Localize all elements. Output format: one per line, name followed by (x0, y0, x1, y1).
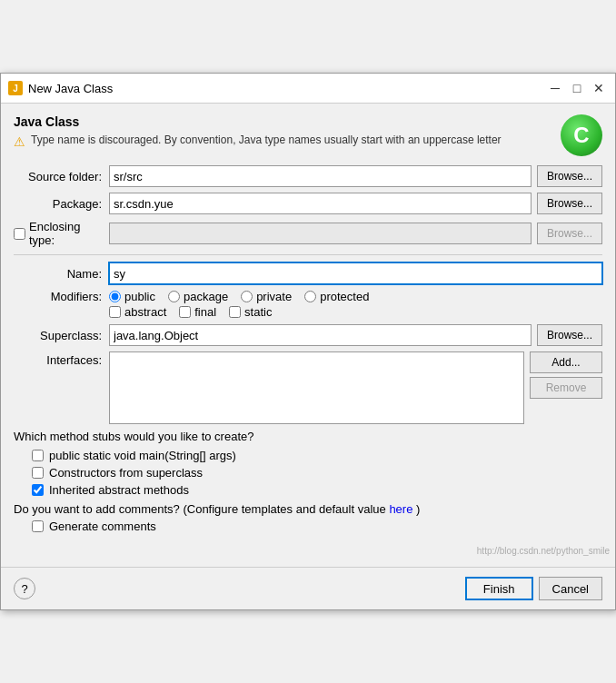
comments-configure-link[interactable]: here (389, 502, 412, 516)
form-grid: Source folder: Browse... Package: Browse… (14, 165, 602, 424)
modifier-abstract-checkbox[interactable] (109, 306, 121, 318)
section-header-left: Java Class ⚠ Type name is discouraged. B… (14, 114, 502, 152)
dialog-title: New Java Class (28, 82, 113, 95)
modifier-protected-radio[interactable] (304, 291, 316, 302)
stub-constructor-checkbox[interactable] (32, 467, 44, 479)
source-folder-browse-button[interactable]: Browse... (537, 165, 602, 187)
source-folder-label: Source folder: (14, 170, 109, 183)
modifier-static-checkbox[interactable] (229, 306, 241, 318)
modifiers-checks: abstract final static (109, 305, 602, 319)
modifiers-radios: public package private protected (109, 290, 369, 303)
stubs-section: Which method stubs would you like to cre… (14, 430, 602, 497)
source-folder-input[interactable] (109, 165, 532, 187)
stub-constructor-item: Constructors from superclass (32, 466, 602, 480)
modifier-private-radio[interactable] (241, 291, 253, 302)
modifier-static-label: static (244, 305, 272, 319)
cancel-button[interactable]: Cancel (539, 577, 602, 600)
maximize-button[interactable]: □ (568, 79, 586, 97)
title-bar-left: J New Java Class (8, 81, 113, 95)
warning-box: ⚠ Type name is discouraged. By conventio… (14, 133, 502, 152)
name-row: Name: (14, 262, 602, 284)
stub-main-item: public static void main(String[] args) (32, 449, 602, 462)
package-label: Package: (14, 197, 109, 211)
java-class-title: Java Class (14, 114, 502, 129)
superclass-label: Superclass: (14, 329, 109, 342)
modifier-private-label: private (256, 290, 292, 303)
name-label: Name: (14, 267, 109, 281)
stubs-title: Which method stubs would you like to cre… (14, 430, 602, 443)
modifier-final-item: final (179, 305, 216, 319)
minimize-button[interactable]: ─ (546, 79, 564, 97)
interfaces-box[interactable] (109, 351, 524, 424)
enclosing-type-input (109, 223, 532, 244)
interfaces-section: Interfaces: Add... Remove (14, 351, 602, 424)
modifier-protected-item: protected (304, 290, 369, 303)
title-bar: J New Java Class ─ □ ✕ (1, 74, 615, 104)
section-header: Java Class ⚠ Type name is discouraged. B… (14, 114, 602, 156)
interfaces-add-button[interactable]: Add... (530, 351, 602, 373)
modifier-abstract-item: abstract (109, 305, 166, 319)
stub-inherited-checkbox[interactable] (32, 484, 44, 496)
enclosing-type-browse-button: Browse... (537, 223, 602, 244)
enclosing-type-row: Enclosing type: Browse... (14, 220, 602, 247)
interfaces-label: Interfaces: (14, 351, 109, 367)
name-input[interactable] (109, 262, 602, 284)
help-button[interactable]: ? (14, 578, 35, 599)
source-folder-row: Source folder: Browse... (14, 165, 602, 187)
divider-1 (14, 254, 602, 255)
superclass-browse-button[interactable]: Browse... (537, 324, 602, 346)
stub-main-checkbox[interactable] (32, 450, 44, 461)
modifier-private-item: private (241, 290, 292, 303)
interfaces-remove-button[interactable]: Remove (530, 377, 602, 399)
watermark: http://blog.csdn.net/python_smile (1, 544, 615, 558)
modifier-protected-label: protected (320, 290, 369, 303)
modifier-final-label: final (194, 305, 216, 319)
modifier-public-item: public (109, 290, 155, 303)
enclosing-type-label: Enclosing type: (29, 220, 109, 247)
superclass-input[interactable] (109, 324, 532, 346)
enclosing-type-checkbox-label: Enclosing type: (14, 220, 109, 247)
modifier-package-label: package (184, 290, 228, 303)
modifiers-label: Modifiers: (14, 290, 109, 303)
stub-main-label: public static void main(String[] args) (49, 449, 236, 462)
modifier-public-label: public (124, 290, 155, 303)
interfaces-buttons: Add... Remove (530, 351, 602, 399)
package-input[interactable] (109, 193, 532, 214)
new-java-class-dialog: J New Java Class ─ □ ✕ Java Class ⚠ Type… (0, 73, 616, 610)
stub-inherited-item: Inherited abstract methods (32, 483, 602, 497)
stub-constructor-label: Constructors from superclass (49, 466, 203, 480)
modifier-abstract-label: abstract (124, 305, 166, 319)
close-button[interactable]: ✕ (590, 79, 608, 97)
modifier-package-item: package (168, 290, 228, 303)
superclass-row: Superclass: Browse... (14, 324, 602, 346)
modifier-static-item: static (229, 305, 272, 319)
modifier-public-radio[interactable] (109, 291, 121, 302)
warning-text: Type name is discouraged. By convention,… (31, 133, 502, 148)
dialog-content: Java Class ⚠ Type name is discouraged. B… (1, 104, 615, 544)
generate-comments-item: Generate comments (32, 520, 602, 533)
generate-comments-checkbox[interactable] (32, 520, 44, 532)
warning-icon: ⚠ (14, 134, 25, 152)
dialog-icon: J (8, 81, 23, 95)
comments-section: Do you want to add comments? (Configure … (14, 502, 602, 533)
comments-title-end: ) (416, 502, 420, 516)
package-browse-button[interactable]: Browse... (537, 193, 602, 214)
comments-title: Do you want to add comments? (Configure … (14, 502, 602, 516)
package-row: Package: Browse... (14, 193, 602, 214)
title-controls: ─ □ ✕ (546, 79, 608, 97)
enclosing-type-checkbox[interactable] (14, 228, 25, 240)
finish-button[interactable]: Finish (465, 577, 533, 600)
generate-comments-label: Generate comments (49, 520, 156, 533)
footer-buttons: Finish Cancel (465, 577, 602, 600)
comments-title-text: Do you want to add comments? (Configure … (14, 502, 386, 516)
stub-inherited-label: Inherited abstract methods (49, 483, 189, 497)
modifier-package-radio[interactable] (168, 291, 180, 302)
dialog-footer: ? Finish Cancel (1, 567, 615, 609)
eclipse-logo: C (561, 114, 602, 156)
modifiers-row: Modifiers: public package private (14, 290, 602, 303)
modifier-final-checkbox[interactable] (179, 306, 191, 318)
